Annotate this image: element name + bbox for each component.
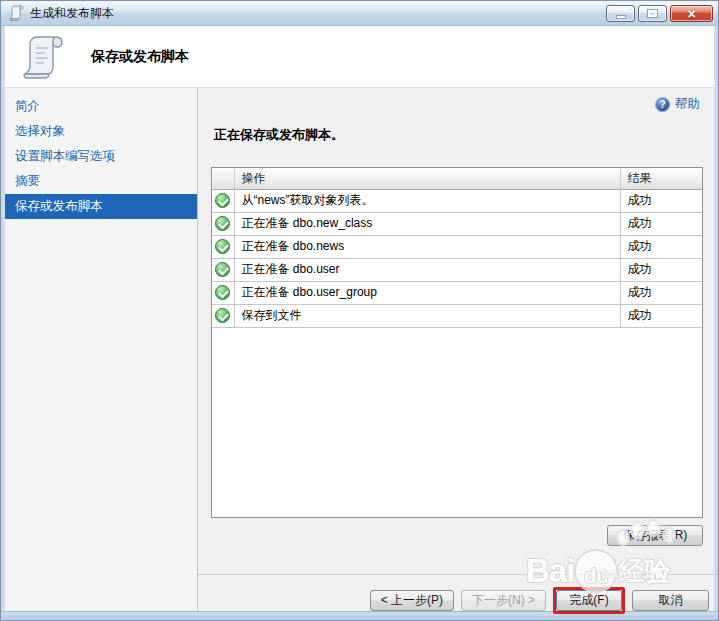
- window-title: 生成和发布脚本: [30, 5, 114, 22]
- sidebar-item[interactable]: 简介: [5, 94, 197, 119]
- table-row[interactable]: 保存到文件成功: [212, 304, 702, 327]
- success-check-icon: [215, 262, 230, 277]
- sidebar-item[interactable]: 摘要: [5, 169, 197, 194]
- result-cell: 成功: [620, 258, 702, 281]
- success-icon-cell: [212, 258, 234, 281]
- help-label: 帮助: [675, 96, 700, 113]
- cancel-button[interactable]: 取消: [632, 590, 709, 611]
- sidebar-item[interactable]: 保存或发布脚本: [5, 194, 197, 219]
- result-cell: 成功: [620, 235, 702, 258]
- status-text: 正在保存或发布脚本。: [214, 126, 344, 144]
- action-cell: 正在准备 dbo.news: [234, 235, 620, 258]
- wizard-steps: 简介选择对象设置脚本编写选项摘要保存或发布脚本: [5, 88, 198, 611]
- progress-table-body: 从“news”获取对象列表。成功正在准备 dbo.new_class成功正在准备…: [212, 189, 702, 327]
- maximize-icon: [648, 10, 657, 17]
- success-check-icon: [215, 285, 230, 300]
- column-header-result[interactable]: 结果: [620, 168, 702, 189]
- close-icon: ×: [687, 7, 695, 21]
- action-cell: 正在准备 dbo.user_group: [234, 281, 620, 304]
- minimize-icon: [616, 15, 626, 19]
- footer-divider: [198, 574, 714, 575]
- success-icon-cell: [212, 235, 234, 258]
- action-cell: 正在准备 dbo.new_class: [234, 212, 620, 235]
- progress-table: 操作 结果 从“news”获取对象列表。成功正在准备 dbo.new_class…: [212, 168, 702, 328]
- table-row[interactable]: 正在准备 dbo.new_class成功: [212, 212, 702, 235]
- result-cell: 成功: [620, 304, 702, 327]
- scroll-icon: [23, 34, 63, 80]
- window-controls: ×: [606, 5, 713, 22]
- dialog-body: 简介选择对象设置脚本编写选项摘要保存或发布脚本 帮助 正在保存或发布脚本。 操作: [5, 88, 714, 611]
- page-title: 保存或发布脚本: [91, 48, 189, 66]
- table-row[interactable]: 正在准备 dbo.user_group成功: [212, 281, 702, 304]
- page-header: 保存或发布脚本: [5, 26, 714, 88]
- action-cell: 从“news”获取对象列表。: [234, 189, 620, 212]
- table-row[interactable]: 正在准备 dbo.news成功: [212, 235, 702, 258]
- minimize-button[interactable]: [606, 5, 635, 22]
- success-check-icon: [215, 193, 230, 208]
- help-icon: [655, 97, 670, 112]
- help-link[interactable]: 帮助: [655, 96, 700, 113]
- action-cell: 保存到文件: [234, 304, 620, 327]
- red-annotation-box: 完成(F): [553, 587, 625, 614]
- watermark-bai: Bai: [526, 552, 574, 590]
- previous-button[interactable]: < 上一步(P): [370, 590, 454, 611]
- success-check-icon: [215, 216, 230, 231]
- window-frame-right: [714, 26, 718, 611]
- column-header-action[interactable]: 操作: [234, 168, 620, 189]
- result-cell: 成功: [620, 281, 702, 304]
- progress-listbox: 操作 结果 从“news”获取对象列表。成功正在准备 dbo.new_class…: [211, 167, 703, 518]
- table-row[interactable]: 正在准备 dbo.user成功: [212, 258, 702, 281]
- next-button[interactable]: 下一步(N) >: [461, 590, 546, 611]
- watermark-jingyan: 经验: [618, 554, 670, 589]
- success-icon-cell: [212, 212, 234, 235]
- result-cell: 成功: [620, 212, 702, 235]
- success-icon-cell: [212, 189, 234, 212]
- result-cell: 成功: [620, 189, 702, 212]
- footer-buttons: < 上一步(P) 下一步(N) > 完成(F) 取消: [370, 587, 709, 614]
- success-check-icon: [215, 308, 230, 323]
- column-header-icon[interactable]: [212, 168, 234, 189]
- sidebar-item[interactable]: 设置脚本编写选项: [5, 144, 197, 169]
- script-scroll-icon: [9, 5, 24, 21]
- maximize-button[interactable]: [638, 5, 667, 22]
- save-report-button[interactable]: 保存报表(R): [607, 525, 703, 546]
- sidebar-item[interactable]: 选择对象: [5, 119, 197, 144]
- wizard-window: 生成和发布脚本 × 保存或发布脚本 简介选择对象设置脚本编写选项摘要保存或发布脚…: [0, 0, 719, 621]
- close-button[interactable]: ×: [670, 5, 713, 22]
- table-header-row: 操作 结果: [212, 168, 702, 189]
- action-cell: 正在准备 dbo.user: [234, 258, 620, 281]
- success-check-icon: [215, 239, 230, 254]
- success-icon-cell: [212, 281, 234, 304]
- table-row[interactable]: 从“news”获取对象列表。成功: [212, 189, 702, 212]
- dialog-content: 保存或发布脚本 简介选择对象设置脚本编写选项摘要保存或发布脚本 帮助 正在保存或…: [5, 26, 714, 611]
- main-panel: 帮助 正在保存或发布脚本。 操作 结果 从“news”获取对象: [198, 88, 714, 611]
- watermark-paw-pad: du: [576, 551, 616, 591]
- watermark-text: Bai du 经验: [526, 551, 670, 591]
- title-bar[interactable]: 生成和发布脚本 ×: [1, 1, 718, 26]
- finish-button[interactable]: 完成(F): [556, 590, 622, 611]
- success-icon-cell: [212, 304, 234, 327]
